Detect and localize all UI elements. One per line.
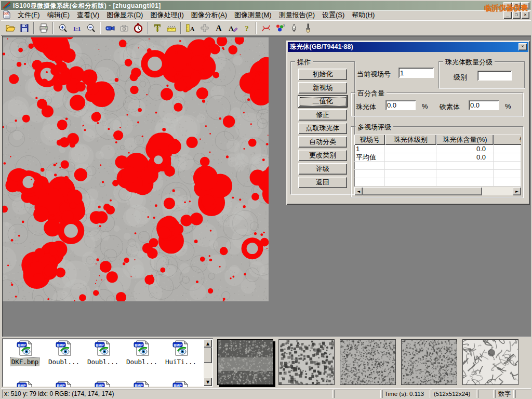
caliper-button[interactable]	[150, 21, 164, 35]
grade-input[interactable]	[477, 71, 512, 81]
measure-button[interactable]: A	[183, 21, 197, 35]
menu-item-0[interactable]: 文件(F)	[14, 10, 44, 20]
zoom-in-button[interactable]	[56, 21, 70, 35]
file-item-partial-4[interactable]: BMP	[162, 381, 200, 387]
table-cell	[436, 178, 494, 186]
file-item-Doubl...[interactable]: BMPDoubl...	[45, 340, 83, 366]
op-button-评级[interactable]: 评级	[298, 163, 348, 175]
zoom-out-button[interactable]	[84, 21, 98, 35]
file-item-partial-2[interactable]: BMP	[84, 381, 122, 387]
toolbar-separator	[33, 22, 34, 34]
menu-item-2[interactable]: 查看(V)	[73, 10, 103, 20]
table-cell: 平均值	[354, 153, 385, 161]
op-button-返回[interactable]: 返回	[298, 176, 348, 189]
op-button-修正[interactable]: 修正	[298, 109, 348, 121]
table-row-1[interactable]: 平均值0.0	[354, 153, 521, 162]
op-button-新视场[interactable]: 新视场	[298, 82, 348, 94]
file-item-HuiTi...[interactable]: BMPHuiTi...	[162, 340, 200, 366]
file-list-scrollbar[interactable]: ▲ ▼	[204, 339, 212, 386]
ruler-button[interactable]	[164, 21, 178, 35]
file-name: HuiTi...	[164, 358, 197, 366]
table-horizontal-scrollbar[interactable]: ◄ ►	[354, 187, 521, 195]
menu-item-1[interactable]: 编辑(E)	[44, 10, 73, 20]
text-style-button[interactable]: A	[225, 21, 240, 35]
file-item-Doubl...[interactable]: BMPDoubl...	[84, 340, 122, 366]
text-icon: A	[214, 23, 224, 33]
op-button-二值化[interactable]: 二值化	[298, 95, 348, 108]
ferrite-percent-input[interactable]	[469, 100, 499, 110]
menu-item-8[interactable]: 设置(S)	[318, 10, 348, 20]
current-view-input[interactable]	[398, 68, 434, 78]
text-style-icon: A	[228, 23, 238, 33]
camcorder-icon	[105, 23, 115, 33]
ferrite-label: 铁素体	[440, 102, 460, 112]
table-row-4[interactable]	[354, 178, 521, 187]
file-item-partial-1[interactable]: BMP	[45, 381, 83, 387]
scroll-left-icon[interactable]: ◄	[354, 187, 363, 195]
rating-table-body: 10.0平均值0.0	[354, 145, 521, 187]
document-icon[interactable]: DOC	[3, 10, 11, 20]
pen-button[interactable]	[287, 21, 301, 35]
print-button[interactable]	[36, 21, 50, 35]
file-item-DKF.bmp[interactable]: BMPDKF.bmp	[6, 340, 44, 366]
table-column-0[interactable]: 视场号	[354, 135, 385, 145]
thumbnail-5[interactable]	[462, 339, 518, 385]
dialog-close-button[interactable]: ×	[518, 43, 527, 50]
op-button-更改类别[interactable]: 更改类别	[298, 149, 348, 162]
mdi-close-button[interactable]: ×	[521, 11, 529, 19]
window-restore-button[interactable]: ❐	[512, 2, 521, 9]
file-scrollbar-thumb[interactable]	[204, 348, 212, 363]
curve-button[interactable]	[259, 21, 273, 35]
table-row-3[interactable]	[354, 170, 521, 178]
app-logo-icon	[3, 2, 11, 10]
mdi-restore-button[interactable]: ❐	[512, 11, 521, 19]
op-button-自动分类[interactable]: 自动分类	[298, 136, 348, 148]
thumbnail-image-1	[218, 340, 273, 384]
help-button[interactable]: ?	[240, 21, 254, 35]
menu-item-9[interactable]: 帮助(H)	[348, 10, 378, 20]
thumbnail-1[interactable]	[217, 339, 273, 385]
actual-size-button[interactable]: 1:1	[70, 21, 84, 35]
file-item-partial-0[interactable]: BMP	[6, 381, 44, 387]
menu-item-7[interactable]: 测量报告(P)	[275, 10, 318, 20]
file-item-partial-3[interactable]: BMP	[123, 381, 161, 387]
menu-item-5[interactable]: 图像分析(A)	[188, 10, 231, 20]
table-column-3[interactable]: 铁素体	[494, 135, 521, 145]
pan-button[interactable]	[197, 21, 211, 35]
scroll-right-icon[interactable]: ►	[513, 187, 521, 195]
camcorder-button[interactable]	[103, 21, 117, 35]
mdi-minimize-button[interactable]: _	[503, 11, 512, 19]
open-button[interactable]	[3, 21, 17, 35]
op-button-初始化[interactable]: 初始化	[298, 68, 348, 81]
scroll-up-icon[interactable]: ▲	[204, 339, 212, 348]
pearlite-percent-input[interactable]	[385, 100, 416, 110]
classify-balls-button[interactable]: 3	[273, 21, 287, 35]
scrollbar-thumb[interactable]	[363, 187, 482, 195]
scroll-down-icon[interactable]: ▼	[204, 378, 212, 386]
svg-text:BMP: BMP	[96, 343, 104, 347]
table-column-2[interactable]: 珠光体含量(%)	[436, 135, 494, 145]
table-row-2[interactable]	[354, 162, 521, 170]
table-column-1[interactable]: 珠光体级别	[385, 135, 436, 145]
op-button-点取珠光体[interactable]: 点取珠光体	[298, 122, 348, 135]
menu-item-4[interactable]: 图像处理(I)	[147, 10, 187, 20]
rating-table: 视场号珠光体级别珠光体含量(%)铁素体 10.0平均值0.0	[354, 135, 521, 187]
window-minimize-button[interactable]: _	[503, 2, 512, 9]
timer-button[interactable]	[131, 21, 145, 35]
file-item-Doubl...[interactable]: BMPDoubl...	[123, 340, 161, 366]
metallograph-image-canvas[interactable]	[2, 37, 269, 301]
brush-button[interactable]	[301, 21, 315, 35]
window-close-button[interactable]: ×	[521, 2, 529, 9]
percent-group-label: 百分含量	[355, 89, 387, 98]
thumbnail-2[interactable]	[278, 339, 335, 385]
thumbnail-3[interactable]	[340, 339, 396, 385]
menu-item-6[interactable]: 图像测量(M)	[231, 10, 275, 20]
text-button[interactable]: A	[211, 21, 225, 35]
thumbnail-4[interactable]	[401, 339, 457, 385]
camera-button[interactable]	[117, 21, 131, 35]
menu-item-3[interactable]: 图像显示(D)	[103, 10, 147, 20]
table-row-0[interactable]: 10.0	[354, 145, 521, 153]
thumbnail-image-5	[463, 340, 518, 384]
table-cell	[354, 170, 385, 178]
save-button[interactable]	[17, 21, 31, 35]
